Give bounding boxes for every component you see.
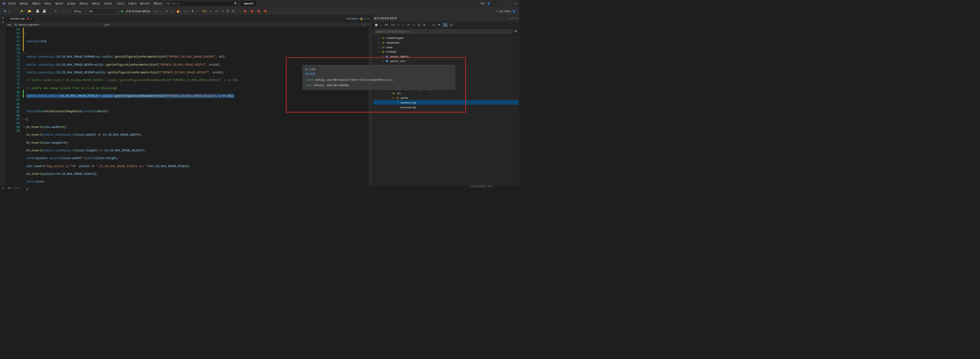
nav-project[interactable]: ▣opencv_imgcodecs — [13, 23, 41, 27]
close-preview-icon[interactable]: ✕ — [367, 17, 369, 20]
split-editor-icon[interactable]: ⊞ — [364, 23, 366, 26]
wrench-button[interactable]: 🔧 — [442, 23, 448, 27]
nav-back-button[interactable]: ◀ — [2, 9, 7, 13]
pen-icon[interactable]: ✎▾ — [391, 23, 395, 27]
login-button[interactable]: 登录 👤 — [477, 2, 492, 6]
menu-tools[interactable]: 工具(T) — [116, 2, 125, 5]
menu-window[interactable]: 窗口(W) — [140, 2, 150, 5]
fire-icon[interactable]: 🔥▾ — [175, 9, 182, 13]
tab-vcruntime[interactable]: vcruntime.h 🔒▾✕ — [344, 16, 371, 21]
flag-icon[interactable]: ⚑ — [438, 23, 441, 27]
code-content[interactable]: namespace cv { static const size_t CV_IO… — [26, 27, 368, 186]
code-editor[interactable]: 64656667 68697071 72737475 76777879 8081… — [6, 27, 372, 186]
platform-dropdown[interactable]: x64▾ — [87, 9, 119, 14]
tree-node[interactable]: ▿🗁modules — [373, 49, 519, 54]
menu-debug[interactable]: 调试(D) — [79, 2, 88, 5]
undo-button[interactable]: ↶▾ — [54, 9, 59, 13]
indent-icon[interactable]: ⇥ — [220, 9, 224, 13]
step-out-button[interactable]: ⬆ — [190, 9, 195, 13]
run-without-debug-button[interactable]: ▷▾ — [154, 9, 159, 13]
panel-close-icon[interactable]: ✕ — [516, 17, 518, 19]
menu-view[interactable]: 视图(V) — [32, 2, 41, 5]
diagnostic-code-1[interactable]: C26452 — [305, 78, 314, 81]
properties-icon[interactable]: ⊡ — [450, 23, 453, 27]
tree-node[interactable]: ▷▣opencv_core — [373, 59, 519, 63]
bookmark-next-icon[interactable]: 🔖 — [256, 9, 262, 13]
tooltip-online-search-link[interactable]: 联机搜索 — [305, 72, 315, 75]
nav-back-icon[interactable]: ◀ ▶ — [7, 23, 12, 26]
cursor-icon[interactable]: ↖ — [209, 9, 213, 13]
nav-fwd-button[interactable]: ▶ — [8, 9, 12, 13]
menu-help[interactable]: 帮助(H) — [153, 2, 162, 5]
save-button[interactable]: 💾 — [35, 9, 40, 13]
account-icon[interactable]: 👤 — [512, 10, 515, 13]
tree-node[interactable]: ▿🗁Src — [373, 91, 519, 95]
solution-explorer-search[interactable]: ▾ 🔍 — [372, 29, 519, 35]
live-share-icon[interactable]: ⇪ — [495, 10, 497, 13]
menu-file[interactable]: 文件(F) — [7, 2, 16, 5]
live-share-button[interactable]: Live Share — [499, 10, 511, 13]
minimize-button[interactable]: − — [496, 2, 500, 6]
menu-test[interactable]: 测试(S) — [91, 2, 100, 5]
menu-analyze[interactable]: 分析(N) — [103, 2, 113, 5]
panel-dropdown-icon[interactable]: ▾ — [510, 17, 511, 19]
editor-scrollbar[interactable] — [369, 27, 372, 186]
server-explorer-tab[interactable]: ⊞ — [2, 16, 4, 20]
toolbox-tab[interactable]: ⊟ — [2, 21, 4, 24]
comment-icon[interactable]: ☰ — [226, 9, 230, 13]
menu-extensions[interactable]: 扩展(X) — [128, 2, 137, 5]
solution-search-input[interactable] — [374, 29, 512, 34]
maximize-button[interactable]: □ — [504, 2, 509, 6]
home2-icon[interactable]: ⊞ — [423, 23, 426, 27]
close-tab-icon[interactable]: ✕ — [30, 17, 32, 20]
search-go-icon[interactable]: 🔍 — [515, 30, 518, 32]
config-dropdown[interactable]: Debug▾ — [72, 9, 86, 14]
show-all-icon[interactable]: ▭ — [412, 23, 415, 27]
nav-scope[interactable]: { } cv — [102, 23, 111, 27]
menu-edit[interactable]: 编辑(E) — [19, 2, 29, 5]
quick-search[interactable]: 🔍 — [164, 1, 239, 6]
step-over-button[interactable]: ⤵ — [170, 9, 174, 13]
run-label[interactable]: 本地 Windows 调试器 — [126, 10, 150, 13]
error-count[interactable]: 0 — [10, 187, 11, 189]
tree-node[interactable]: ⁺₊loadsave.cpp — [373, 100, 519, 105]
open-folder-button[interactable]: 📂▾ — [27, 9, 33, 13]
window-icon[interactable]: ▭▾ — [183, 9, 189, 13]
tree-node[interactable]: ▷🗀extra — [373, 45, 519, 49]
bookmark-icon[interactable]: 🔖 — [242, 9, 248, 13]
switch-view-icon[interactable]: ⟲▾ — [384, 23, 388, 27]
outdent-icon[interactable]: ⇤ — [215, 9, 219, 13]
quick-search-input[interactable] — [165, 2, 234, 5]
sync-icon[interactable]: ⟳ — [407, 23, 410, 27]
tree-node[interactable]: ▷▣opencv_calib3d — [373, 54, 519, 59]
bookmark-clear-icon[interactable]: 🔖 — [262, 9, 268, 13]
pin-icon[interactable]: 📌 — [26, 17, 29, 20]
run-button[interactable]: ▶ — [120, 9, 125, 13]
panel-pin-icon[interactable]: ⊓ — [512, 17, 514, 19]
tree-node[interactable]: ⁺₊precomp.hpp — [373, 105, 519, 110]
close-button[interactable]: ✕ — [513, 2, 518, 6]
redo-button[interactable]: ↷▾ — [60, 9, 66, 13]
tree-node[interactable]: ▷🗀grfmts — [373, 95, 519, 100]
solution-name[interactable]: OpenCV — [240, 1, 257, 6]
solution-tree[interactable]: ▷🗀CMakeTargets▷🗀dispatched▷🗀extra▿🗁modul… — [372, 35, 519, 186]
code-icon[interactable]: <> — [431, 23, 435, 27]
warning-count[interactable]: 3 — [18, 187, 19, 189]
show-hidden-icon[interactable]: ◫ — [417, 23, 421, 27]
home-icon[interactable]: 🏠 — [374, 23, 378, 27]
menu-git[interactable]: Git(G) — [44, 2, 51, 5]
uncomment-icon[interactable]: ☰ — [231, 9, 236, 13]
menu-build[interactable]: 生成(B) — [67, 2, 76, 5]
filter-icon[interactable]: ≡ — [397, 23, 400, 27]
menu-project[interactable]: 项目(P) — [55, 2, 64, 5]
save-all-button[interactable]: 💾 — [41, 9, 47, 13]
step-into-button[interactable]: ⬇ — [165, 9, 169, 13]
diagnostic-code-2[interactable]: C6297 — [305, 84, 313, 86]
text-tool-icon[interactable]: abc — [201, 9, 208, 13]
tree-node[interactable]: ▷🗀dispatched — [373, 40, 519, 45]
bookmark-prev-icon[interactable]: 🔖 — [249, 9, 255, 13]
new-item-button[interactable]: ✨▾ — [19, 9, 26, 13]
search-clear-icon[interactable]: ▾ — [512, 30, 515, 32]
collapse-icon[interactable]: ↔ — [402, 23, 405, 27]
tree-node[interactable]: ▷🗀CMakeTargets — [373, 35, 519, 40]
